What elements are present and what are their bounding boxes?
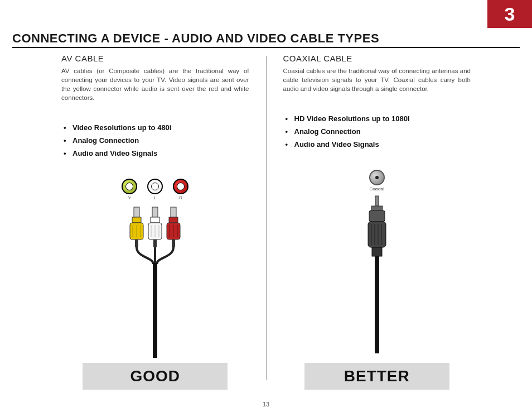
av-diagram: Y L R [113,179,197,358]
left-rating: GOOD [83,363,228,390]
svg-rect-0 [134,207,139,217]
svg-rect-30 [372,247,382,256]
svg-rect-14 [171,207,176,217]
page-number: 13 [0,401,532,408]
left-bullet-1: Analog Connection [72,136,249,145]
jack-l-label: L [154,195,156,200]
left-bullet-2: Audio and Video Signals [72,149,249,157]
av-cable-icon [113,202,197,358]
right-bullet-0: HD Video Resolutions up to 1080i [294,114,471,123]
coax-cable-icon [355,191,399,353]
jack-r-icon [173,179,188,194]
jack-y-label: Y [128,195,131,200]
svg-rect-7 [152,207,158,217]
svg-rect-23 [371,206,383,210]
svg-rect-25 [368,222,386,247]
left-description: AV cables (or Composite cables) are the … [61,66,249,102]
svg-rect-21 [153,263,157,358]
jack-y-icon [122,179,137,194]
left-heading: AV CABLE [61,54,249,63]
svg-rect-8 [151,217,159,223]
page-title-underline [12,47,520,48]
left-bullets: Video Resolutions up to 480i Analog Conn… [72,123,249,162]
right-bullet-2: Audio and Video Signals [294,140,471,148]
svg-rect-1 [132,217,141,223]
right-column: COAXIAL CABLE Coaxial cables are the tra… [267,54,488,390]
jack-coax-label: Coaxial [369,186,384,191]
left-bullet-0: Video Resolutions up to 480i [72,123,249,132]
svg-rect-31 [375,256,379,353]
right-description: Coaxial cables are the traditional way o… [283,66,471,93]
right-rating: BETTER [304,363,449,390]
left-column: AV CABLE AV cables (or Composite cables)… [45,54,266,390]
content-columns: AV CABLE AV cables (or Composite cables)… [45,54,487,390]
right-bullets: HD Video Resolutions up to 1080i Analog … [294,114,471,153]
svg-rect-24 [369,210,385,222]
page-title: CONNECTING A DEVICE - AUDIO AND VIDEO CA… [12,31,379,46]
right-bullet-1: Analog Connection [294,127,471,136]
svg-rect-22 [375,196,379,206]
svg-rect-13 [153,239,157,247]
svg-rect-20 [172,239,175,247]
svg-rect-6 [135,239,138,247]
coax-diagram: Coaxial [355,170,399,353]
jack-r-label: R [179,195,182,200]
right-heading: COAXIAL CABLE [283,54,471,63]
svg-rect-15 [169,217,178,223]
chapter-tab: 3 [487,0,532,28]
jack-coax-icon [369,170,385,185]
jack-l-icon [147,179,163,194]
